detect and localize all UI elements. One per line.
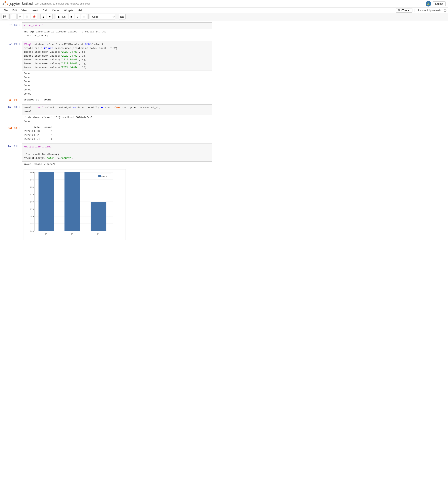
table-row: 2022-04-012 (23, 133, 56, 137)
cell-9-label: In [9]: (4, 41, 22, 45)
menu-help[interactable]: Help (76, 8, 85, 12)
svg-text:01: 01 (71, 232, 74, 235)
menu-view[interactable]: View (20, 8, 29, 12)
cell-11-container: In [11]: %matplotlib inline df = result.… (4, 144, 212, 243)
svg-text:0.00: 0.00 (30, 230, 34, 232)
run-icon: ▶ (58, 15, 60, 18)
cell-6-output: The sql extension is already loaded. To … (22, 29, 212, 39)
cell-9-container: In [9]: %%sql databend://user1:abc123@lo… (4, 41, 212, 97)
menu-widgets[interactable]: Widgets (62, 8, 75, 12)
toolbar-sep-2 (39, 14, 39, 19)
bar-chart: 2.00 1.75 1.50 1.25 1.00 0.75 0.50 0.25 … (23, 169, 126, 240)
restart-run-button[interactable]: ⏭ (81, 14, 87, 20)
cell-6-content: %load_ext sql The sql extension is alrea… (22, 22, 212, 39)
svg-text:1.25: 1.25 (30, 193, 34, 195)
save-button[interactable]: 💾 (1, 14, 8, 20)
legend-color (98, 175, 101, 177)
menubar: File Edit View Insert Cell Kernel Widget… (0, 8, 448, 13)
python-logo-icon: 🐍 (426, 1, 431, 7)
toolbar-sep-5 (117, 14, 117, 19)
svg-text:2.00: 2.00 (30, 171, 34, 174)
svg-text:0.25: 0.25 (30, 223, 34, 225)
chart-container: 2.00 1.75 1.50 1.25 1.00 0.75 0.50 0.25 … (23, 169, 212, 241)
logout-button[interactable]: Logout (433, 1, 446, 6)
cell-11-content: %matplotlib inline df = result.DataFrame… (22, 144, 212, 243)
svg-text:1.00: 1.00 (30, 201, 34, 203)
legend-label: count (101, 175, 107, 178)
run-button[interactable]: ▶ Run (56, 14, 68, 20)
out-9-content: created_at count (22, 98, 212, 102)
svg-point-0 (4, 1, 6, 3)
col-date: date (23, 125, 44, 129)
cell-11-code[interactable]: %matplotlib inline df = result.DataFrame… (22, 144, 212, 162)
copy-cell-button[interactable]: 📋 (24, 14, 30, 20)
out-9-label: Out[9]: (4, 98, 22, 102)
add-cell-button[interactable]: + (11, 14, 17, 20)
cell-10-content: result = %sql select created_at as date,… (22, 104, 212, 125)
not-trusted-button[interactable]: Not Trusted (396, 8, 412, 12)
menu-file[interactable]: File (1, 8, 10, 12)
notebook-title[interactable]: Untitled (22, 2, 33, 6)
kernel-name-label: Python 3 (ipykernel) (416, 8, 442, 12)
toolbar: 💾 + ✂ 📋 📌 ▲ ▼ ▶ Run ■ ↺ ⏭ Code Markdown … (0, 13, 448, 21)
cut-cell-button[interactable]: ✂ (18, 14, 23, 20)
cell-9-code[interactable]: %%sql databend://user1:abc123@localhost:… (22, 41, 212, 71)
topbar-left: jupyter Untitled Last Checkpoint: 31 min… (2, 1, 90, 7)
cell-10-label: In [10]: (4, 104, 22, 109)
interrupt-button[interactable]: ■ (69, 14, 74, 20)
bar-1 (39, 172, 54, 231)
jupyter-wordmark: jupyter (10, 2, 20, 6)
topbar: jupyter Untitled Last Checkpoint: 31 min… (0, 0, 448, 8)
svg-text:0.75: 0.75 (30, 208, 34, 210)
menu-edit[interactable]: Edit (11, 8, 19, 12)
cell-6-code[interactable]: %load_ext sql (22, 22, 212, 29)
cell-6-label: In [6]: (4, 22, 22, 27)
menu-insert[interactable]: Insert (30, 8, 40, 12)
move-up-button[interactable]: ▲ (41, 14, 46, 20)
toolbar-sep-4 (88, 14, 89, 19)
bar-3 (91, 202, 107, 231)
out-10-content: date count 2022-04-0322022-04-0122022-04… (22, 125, 212, 141)
cell-9-content: %%sql databend://user1:abc123@localhost:… (22, 41, 212, 97)
svg-text:0.50: 0.50 (30, 215, 34, 217)
cell-11-label: In [11]: (4, 144, 22, 148)
topbar-right: 🐍 Logout (426, 1, 446, 7)
svg-text:03: 03 (44, 232, 48, 235)
kernel-status-icon (444, 9, 447, 12)
run-label: Run (61, 15, 66, 18)
svg-text:1.75: 1.75 (30, 179, 34, 181)
toolbar-sep-3 (54, 14, 55, 19)
restart-button[interactable]: ↺ (75, 14, 80, 20)
out-10-container: Out[10]: date count 2022-04-0322022-04-0… (4, 125, 212, 141)
cell-11-output-text: <Axes: xlabel='date'> (22, 162, 212, 167)
cell-6-container: In [6]: %load_ext sql The sql extension … (4, 22, 212, 39)
cell-10-code[interactable]: result = %sql select created_at as date,… (22, 104, 212, 115)
jupyter-logo-icon (2, 1, 8, 7)
out-10-label: Out[10]: (4, 125, 22, 130)
keyboard-shortcuts-button[interactable]: ⌨ (119, 14, 126, 20)
svg-point-4 (444, 9, 446, 11)
out-10-table: date count 2022-04-0322022-04-0122022-04… (23, 125, 56, 141)
checkpoint-info: Last Checkpoint: 31 minutes ago (unsaved… (34, 2, 90, 5)
cell-10-output-text: * databend://user1:***@localhost:8000/de… (22, 115, 212, 125)
svg-text:04: 04 (97, 232, 100, 235)
out-9-table: created_at count (22, 98, 212, 102)
cell-10-container: In [10]: result = %sql select created_at… (4, 104, 212, 125)
menu-kernel[interactable]: Kernel (50, 8, 61, 12)
bar-2 (65, 172, 80, 231)
table-row: 2022-04-032 (23, 129, 56, 133)
out-9-container: Out[9]: created_at count (4, 98, 212, 102)
table-row: 2022-04-041 (23, 137, 56, 141)
svg-point-3 (3, 2, 8, 5)
out9-col-created_at: created_at (23, 98, 39, 101)
paste-cell-button[interactable]: 📌 (31, 14, 37, 20)
cell-type-select[interactable]: Code Markdown Raw NBConvert (90, 14, 115, 20)
svg-text:1.50: 1.50 (30, 186, 34, 188)
kernel-info: Not Trusted | Python 3 (ipykernel) (396, 8, 447, 12)
notebook-area: In [6]: %load_ext sql The sql extension … (0, 21, 216, 245)
col-count: count (44, 125, 56, 129)
cell-9-output: Done. Done. Done. Done. Done. Done. (22, 71, 212, 97)
move-down-button[interactable]: ▼ (47, 14, 53, 20)
out9-col-count: count (44, 98, 51, 101)
menu-cell[interactable]: Cell (41, 8, 49, 12)
